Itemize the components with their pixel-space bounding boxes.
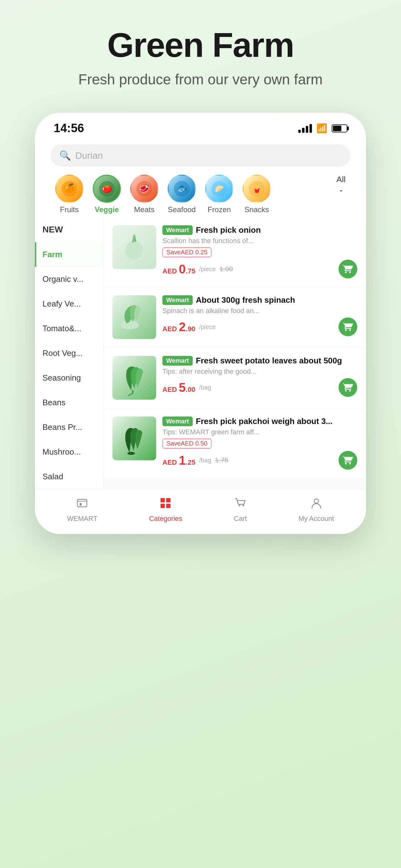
sidebar-item-tomato[interactable]: Tomato&... [35,316,103,341]
sidebar-item-rootveg[interactable]: Root Veg... [35,341,103,366]
all-button[interactable]: All ⌄ [332,175,350,193]
add-to-cart-onion[interactable] [338,260,357,278]
product-name-onion: Fresh pick onion [196,225,357,235]
nav-icon-categories [159,497,172,512]
sidebar-item-seasoning[interactable]: Seasoning [35,366,103,390]
nav-wemart[interactable]: WEMART [67,497,97,523]
svg-text:🐟: 🐟 [176,183,188,193]
sidebar-item-farm[interactable]: Farm [35,242,103,267]
battery-icon [332,124,347,132]
category-label-veggie: Veggie [95,205,119,214]
category-circle-frozen: 🥟 [205,175,233,203]
product-card-spinach: Wemart About 300g fresh spinach Spinach … [104,287,366,347]
svg-point-29 [314,499,319,503]
nav-label-cart: Cart [234,515,247,523]
price-sweetpotato: AED 5.00 [162,380,195,395]
category-circle-seafood: 🐟 [168,175,196,203]
nav-account[interactable]: My Account [299,497,334,523]
category-circle-meats: 🥩 [130,175,158,203]
product-info-sweetpotato: Wemart Fresh sweet potato leaves about 5… [162,356,357,397]
sidebar-item-salad[interactable]: Salad [35,464,103,489]
product-card-onion: Wemart Fresh pick onion Scallion has the… [104,217,366,286]
search-input[interactable]: Durian [75,150,103,161]
svg-point-17 [120,320,139,329]
svg-text:🍅: 🍅 [101,183,112,193]
category-item-meats[interactable]: 🥩 Meats [126,175,163,214]
product-image-sweetpotato [112,356,156,400]
add-to-cart-sweetpotato[interactable] [338,378,357,397]
nav-cart[interactable]: Cart [234,497,247,523]
page-subtitle: Fresh produce from our very own farm [78,71,323,88]
product-list: Wemart Fresh pick onion Scallion has the… [104,217,366,489]
svg-rect-22 [80,503,81,505]
search-bar[interactable]: 🔍 Durian [51,144,350,166]
sidebar-item-beans[interactable]: Beans [35,390,103,415]
wemart-badge-sweetpotato: Wemart [162,356,193,366]
signal-icon [298,124,312,133]
sidebar: NEW Farm Organic v... Leafy Ve... Tomato… [35,217,104,489]
wemart-badge-pakchoi: Wemart [162,416,193,426]
svg-point-20 [127,452,135,455]
category-circle-fruits: 🍊 [55,175,83,203]
wemart-badge: Wemart [162,225,193,235]
sidebar-item-leafy[interactable]: Leafy Ve... [35,291,103,316]
svg-text:🍟: 🍟 [252,184,261,193]
price-onion: AED 0.75 [162,262,195,276]
svg-point-27 [239,505,240,506]
svg-text:🍊: 🍊 [64,183,75,193]
product-name-pakchoi: Fresh pick pakchoi weigh about 3... [196,416,357,426]
product-info-spinach: Wemart About 300g fresh spinach Spinach … [162,295,357,336]
product-card-sweetpotato: Wemart Fresh sweet potato leaves about 5… [104,348,366,408]
nav-icon-cart [234,497,247,512]
product-desc-spinach: Spinach is an alkaline food an... [162,307,357,315]
category-label-snacks: Snacks [244,205,269,214]
price-old-onion: 1.00 [220,265,233,273]
product-desc-sweetpotato: Tips: after receiving the good... [162,367,357,376]
page-title: Green Farm [107,25,294,65]
main-content: NEW Farm Organic v... Leafy Ve... Tomato… [35,217,366,489]
product-name-spinach: About 300g fresh spinach [196,295,357,305]
nav-icon-account [310,497,323,512]
status-bar: 14:56 📶 [35,113,366,138]
category-label-fruits: Fruits [60,205,79,214]
price-unit-spinach: /piece [199,323,215,331]
price-unit-onion: /piece [199,266,215,273]
product-image-spinach [112,295,156,339]
nav-icon-wemart [76,497,89,512]
nav-label-account: My Account [299,515,334,523]
svg-text:🥟: 🥟 [214,184,224,193]
price-unit-pakchoi: /bag [199,457,211,464]
save-badge-pakchoi: SaveAED 0.50 [162,439,211,448]
svg-rect-25 [161,504,165,508]
category-item-frozen[interactable]: 🥟 Frozen [201,175,238,214]
status-time: 14:56 [54,122,84,135]
product-desc-onion: Scallion has the functions of... [162,237,357,245]
category-item-veggie[interactable]: 🍅 Veggie [88,175,126,214]
product-image-pakchoi [112,416,156,460]
add-to-cart-spinach[interactable] [338,317,357,336]
sidebar-item-beansprod[interactable]: Beans Pr... [35,415,103,440]
price-spinach: AED 2.90 [162,320,195,334]
svg-text:🥩: 🥩 [139,183,150,193]
product-info-onion: Wemart Fresh pick onion Scallion has the… [162,225,357,278]
product-desc-pakchoi: Tips: WEMART green farm aff... [162,428,357,436]
sidebar-item-new[interactable]: NEW [35,217,103,242]
category-item-fruits[interactable]: 🍊 Fruits [51,175,88,214]
nav-categories[interactable]: Categories [149,497,182,523]
svg-rect-26 [166,504,170,508]
svg-point-13 [126,241,143,260]
add-to-cart-pakchoi[interactable] [338,451,357,470]
save-badge-onion: SaveAED 0.25 [162,247,211,257]
sidebar-item-organic[interactable]: Organic v... [35,267,103,291]
category-label-frozen: Frozen [208,205,231,214]
product-card-pakchoi: Wemart Fresh pick pakchoi weigh about 3.… [104,408,366,478]
category-item-seafood[interactable]: 🐟 Seafood [163,175,201,214]
svg-line-19 [128,393,133,396]
category-item-snacks[interactable]: 🍟 Snacks [238,175,275,214]
nav-label-wemart: WEMART [67,515,97,523]
category-circle-snacks: 🍟 [243,175,271,203]
sidebar-item-mushroom[interactable]: Mushroo... [35,440,103,464]
product-image-onion [112,225,156,269]
bottom-nav: WEMART Categories Cart [35,489,366,534]
categories-row: 🍊 Fruits 🍅 Veggie 🥩 Meats 🐟 Seafood 🥟 [35,172,366,217]
